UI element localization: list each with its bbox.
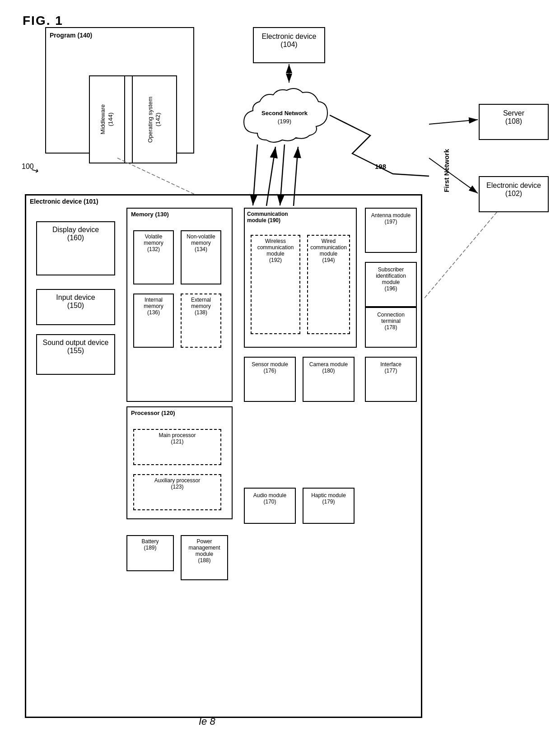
server-label: Server(108) <box>480 105 548 130</box>
sound-label: Sound output device(155) <box>37 335 114 359</box>
sensor-label: Sensor module(176) <box>245 358 295 377</box>
diagram: FIG. 1 100 ↘ Program (140) Application(1… <box>0 0 560 741</box>
wireless-label: Wireless communication module(192) <box>252 236 299 266</box>
nonvolatile-label: Non-volatile memory(134) <box>182 231 220 255</box>
power-label: Power management module(188) <box>182 536 227 566</box>
wired-label: Wired communication module(194) <box>308 236 349 266</box>
wired-box: Wired communication module(194) <box>307 235 350 334</box>
comm-label: Communication module (190) <box>247 211 306 224</box>
power-box: Power management module(188) <box>181 535 228 580</box>
svg-text:Second Network: Second Network <box>261 110 308 117</box>
interface-label: Interface(177) <box>366 358 416 377</box>
middleware-label: Middleware(144) <box>99 104 115 134</box>
antenna-label: Antenna module(197) <box>366 209 416 228</box>
battery-label: Battery(189) <box>127 536 173 553</box>
nonvolatile-box: Non-volatile memory(134) <box>181 230 221 284</box>
ed102-box: Electronic device(102) <box>479 176 549 212</box>
program-label: Program (140) <box>50 32 92 39</box>
svg-line-13 <box>425 212 497 298</box>
os-box: Operating system(142) <box>132 75 177 163</box>
internal-label: Internal memory(136) <box>134 294 173 318</box>
audio-label: Audio module(170) <box>245 489 295 508</box>
svg-line-11 <box>429 158 478 193</box>
ed101-inner-label: Electronic device (101) <box>30 198 98 205</box>
aux-processor-box: Auxiliary processor(123) <box>133 474 221 510</box>
sensor-box: Sensor module(176) <box>244 357 296 402</box>
fig8-label: Ie 8 <box>199 716 215 727</box>
connection-box: Connection terminal(178) <box>365 307 417 348</box>
camera-label: Camera module(180) <box>303 358 354 377</box>
input-label: Input device(150) <box>37 290 114 313</box>
ed104-box: Electronic device(104) <box>253 27 325 63</box>
external-box: External memory(138) <box>181 294 221 348</box>
volatile-box: Volatile memory(132) <box>133 230 174 284</box>
subscriber-label: Subscriber identification module(196) <box>366 263 416 295</box>
second-network-cloud: Second Network (199) <box>239 84 330 147</box>
svg-line-10 <box>429 120 478 124</box>
svg-text:(199): (199) <box>278 118 291 125</box>
server-box: Server(108) <box>479 104 549 140</box>
main-processor-box: Main processor(121) <box>133 429 221 465</box>
external-label: External memory(138) <box>182 294 220 318</box>
subscriber-box: Subscriber identification module(196) <box>365 262 417 307</box>
ref-198: 198 <box>375 163 386 170</box>
main-processor-label: Main processor(121) <box>134 430 220 447</box>
haptic-box: Haptic module(179) <box>303 488 355 524</box>
input-box: Input device(150) <box>36 289 115 325</box>
svg-line-12 <box>117 158 194 194</box>
sound-box: Sound output device(155) <box>36 334 115 375</box>
interface-box: Interface(177) <box>365 357 417 402</box>
program-box: Program (140) Application(146) Middlewar… <box>45 27 194 154</box>
figure-label: FIG. 1 <box>23 14 63 28</box>
display-box: Display device(160) <box>36 221 115 275</box>
middleware-box: Middleware(144) <box>89 75 125 163</box>
memory-label: Memory (130) <box>131 211 169 218</box>
aux-processor-label: Auxiliary processor(123) <box>134 475 220 492</box>
wireless-box: Wireless communication module(192) <box>251 235 300 334</box>
camera-box: Camera module(180) <box>303 357 355 402</box>
ed102-label: Electronic device(102) <box>480 177 548 202</box>
connection-label: Connection terminal(178) <box>366 308 416 334</box>
antenna-box: Antenna module(197) <box>365 208 417 253</box>
display-label: Display device(160) <box>37 222 114 246</box>
os-label: Operating system(142) <box>147 97 162 143</box>
battery-box: Battery(189) <box>126 535 174 571</box>
processor-label: Processor (120) <box>131 410 175 416</box>
audio-box: Audio module(170) <box>244 488 296 524</box>
first-network-label: First Network <box>443 149 450 192</box>
internal-box: Internal memory(136) <box>133 294 174 348</box>
haptic-label: Haptic module(179) <box>303 489 354 508</box>
ed104-label: Electronic device(104) <box>254 28 324 53</box>
volatile-label: Volatile memory(132) <box>134 231 173 255</box>
